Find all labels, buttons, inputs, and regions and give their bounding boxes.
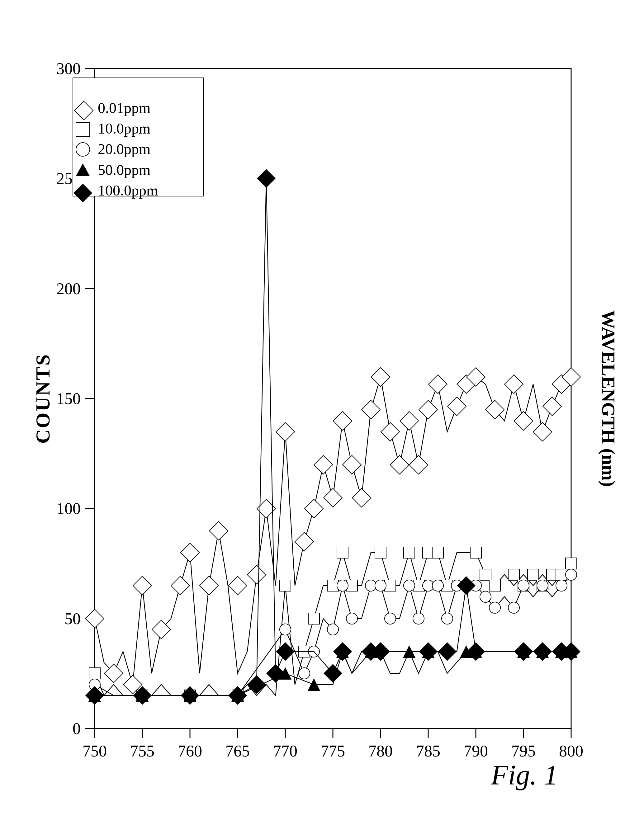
svg-rect-62 (280, 580, 291, 591)
y-tick-300: 300 (57, 60, 81, 78)
x-tick-775: 775 (321, 742, 345, 760)
svg-point-98 (404, 580, 415, 591)
svg-rect-58 (89, 668, 100, 679)
y-tick-50: 50 (65, 610, 81, 628)
svg-point-110 (537, 580, 548, 591)
x-tick-770: 770 (273, 742, 298, 760)
chart-container: 750 755 760 765 770 775 780 (26, 44, 618, 791)
legend-label-3: 20.0ppm (98, 141, 150, 157)
svg-rect-75 (470, 547, 481, 558)
legend-label-2: 10.0ppm (98, 120, 150, 137)
chart-title: Fig. 1 (491, 760, 558, 790)
svg-point-112 (566, 569, 577, 580)
svg-rect-151 (76, 123, 90, 136)
svg-point-109 (518, 580, 529, 591)
x-axis-label: WAVELENGTH (nm) (598, 310, 618, 486)
x-tick-765: 765 (225, 742, 250, 760)
svg-point-90 (299, 668, 310, 679)
svg-point-94 (346, 613, 358, 624)
svg-rect-76 (480, 569, 491, 580)
svg-point-97 (385, 613, 396, 624)
svg-rect-66 (337, 547, 348, 558)
x-tick-780: 780 (368, 742, 393, 760)
svg-rect-64 (308, 613, 319, 624)
y-tick-200: 200 (57, 280, 81, 297)
svg-point-101 (432, 580, 443, 591)
svg-point-92 (327, 624, 338, 635)
x-tick-785: 785 (416, 742, 440, 760)
x-tick-790: 790 (464, 742, 488, 760)
legend-item-2: 10.0ppm (76, 120, 150, 137)
x-tick-760: 760 (178, 742, 202, 760)
legend-label-4: 50.0ppm (98, 162, 150, 178)
y-tick-100: 100 (57, 499, 81, 517)
legend-label-1: 0.01ppm (98, 100, 150, 116)
y-tick-150: 150 (57, 390, 81, 407)
legend-label-5: 100.0ppm (98, 182, 158, 199)
svg-rect-70 (404, 547, 415, 558)
svg-rect-68 (375, 547, 386, 558)
svg-point-152 (76, 142, 90, 156)
svg-point-89 (280, 624, 291, 635)
x-tick-750: 750 (83, 742, 107, 760)
y-tick-0: 0 (73, 720, 81, 737)
svg-rect-73 (432, 547, 443, 558)
svg-point-108 (508, 602, 519, 613)
x-tick-800: 800 (559, 742, 583, 760)
svg-rect-80 (527, 569, 539, 580)
svg-point-93 (337, 580, 348, 591)
svg-point-107 (489, 602, 500, 613)
svg-rect-78 (508, 569, 519, 580)
svg-point-96 (375, 580, 386, 591)
chart-svg: 750 755 760 765 770 775 780 (26, 44, 618, 791)
svg-rect-77 (489, 580, 500, 591)
page: 750 755 760 765 770 775 780 (0, 0, 644, 834)
svg-rect-84 (566, 558, 577, 569)
svg-point-111 (556, 580, 567, 591)
svg-rect-149 (73, 78, 204, 196)
svg-point-99 (413, 613, 424, 624)
svg-point-102 (442, 613, 453, 624)
y-axis-label: COUNTS (32, 353, 54, 444)
svg-point-106 (480, 591, 491, 602)
x-tick-755: 755 (130, 742, 154, 760)
x-tick-795: 795 (511, 742, 536, 760)
